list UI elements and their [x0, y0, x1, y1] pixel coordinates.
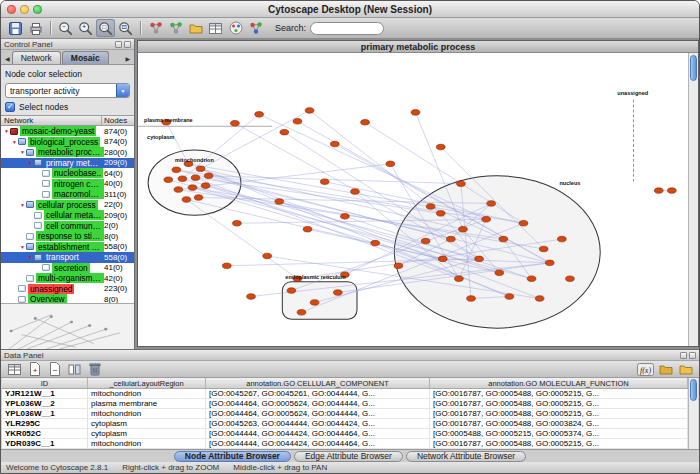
network-node[interactable]	[231, 121, 240, 127]
float-panel-icon[interactable]	[680, 352, 687, 359]
zoom-fit-button[interactable]: ⊡	[116, 19, 135, 37]
network-tree-label[interactable]: Overview	[28, 294, 67, 303]
network-node[interactable]	[287, 288, 296, 294]
network-node[interactable]	[201, 183, 210, 189]
network-node[interactable]	[275, 199, 284, 205]
network-node[interactable]	[482, 217, 491, 223]
network-node[interactable]	[539, 246, 548, 252]
tree-row[interactable]: ▼transport558(0)	[1, 252, 134, 263]
network-node[interactable]	[505, 294, 514, 300]
network-edge[interactable]	[201, 110, 310, 168]
network-node[interactable]	[436, 211, 445, 217]
network-node[interactable]	[519, 220, 528, 226]
create-network-from-selection-button[interactable]	[166, 19, 185, 37]
tree-row[interactable]: secretion41(0)	[1, 263, 134, 274]
tab-edge-attribute-browser[interactable]: Edge Attribute Browser	[294, 451, 403, 462]
network-tree-label[interactable]: transport	[44, 252, 81, 262]
network-node[interactable]	[668, 188, 677, 194]
table-row[interactable]: YDR039C__1mitochondrion[GO:0044444, GO:0…	[2, 439, 688, 449]
expand-arrow-icon[interactable]: ▼	[19, 244, 26, 250]
network-node[interactable]	[459, 226, 468, 232]
network-node[interactable]	[411, 110, 420, 116]
close-panel-icon[interactable]	[124, 41, 131, 48]
network-node[interactable]	[527, 276, 536, 282]
network-tree-label[interactable]: establishment of lo..	[36, 242, 104, 252]
network-node[interactable]	[558, 236, 567, 242]
tab-scroll-right-icon[interactable]: ▶	[123, 55, 132, 62]
network-node[interactable]	[566, 276, 575, 282]
network-node[interactable]	[204, 173, 213, 179]
network-node[interactable]	[330, 141, 339, 147]
network-node[interactable]	[196, 166, 205, 172]
network-node[interactable]	[351, 189, 360, 195]
column-header[interactable]: ID	[2, 378, 88, 388]
network-node[interactable]	[320, 179, 329, 185]
tree-row[interactable]: unassigned223(0)	[1, 284, 134, 295]
network-node[interactable]	[333, 290, 342, 296]
network-node[interactable]	[182, 197, 191, 203]
minimize-window-button[interactable]	[20, 5, 29, 14]
network-tree-label[interactable]: macromolecule..	[52, 189, 104, 199]
network-node[interactable]	[164, 177, 173, 183]
network-tree-label[interactable]: response to stimul..	[36, 231, 104, 241]
zoom-window-button[interactable]	[33, 5, 42, 14]
scrollbar-thumb[interactable]	[690, 379, 697, 401]
import-attributes-button[interactable]	[656, 360, 675, 378]
import-network-button[interactable]	[186, 19, 205, 37]
data-panel-scrollbar[interactable]	[688, 378, 698, 449]
tree-row[interactable]: Overview8(0)	[1, 294, 134, 303]
network-node[interactable]	[475, 256, 484, 262]
zoom-out-button[interactable]: −	[56, 19, 75, 37]
node-color-select[interactable]: transporter activity ▼	[5, 83, 130, 98]
network-tree-label[interactable]: cellular process	[36, 200, 98, 210]
save-session-button[interactable]	[6, 19, 25, 37]
network-tree-label[interactable]: cellular metabo..	[44, 210, 104, 220]
network-node[interactable]	[361, 120, 370, 126]
network-node[interactable]	[280, 129, 289, 135]
column-header[interactable]: annotation.GO CELLULAR_COMPONENT	[206, 378, 430, 388]
network-tree-label[interactable]: secretion	[52, 263, 90, 273]
network-tree-label[interactable]: unassigned	[28, 284, 74, 294]
network-node[interactable]	[263, 253, 272, 259]
network-tree-label[interactable]: multi-organism pro..	[36, 273, 104, 283]
tab-node-attribute-browser[interactable]: Node Attribute Browser	[174, 451, 291, 462]
tab-mosaic[interactable]: Mosaic	[62, 51, 109, 64]
expand-arrow-icon[interactable]: ▼	[19, 202, 26, 208]
table-row[interactable]: YPL036W__1mitochondrion[GO:0044464, GO:0…	[2, 409, 688, 419]
network-node[interactable]	[178, 176, 187, 182]
network-node[interactable]	[293, 119, 302, 125]
tree-row[interactable]: ▼mosaic-demo-yeast874(0)	[1, 126, 134, 137]
search-input[interactable]	[310, 22, 384, 35]
match-columns-button[interactable]	[65, 360, 84, 378]
tree-row[interactable]: ▼biological_process874(0)	[1, 137, 134, 148]
tree-row[interactable]: ▼metabolic process280(0)	[1, 147, 134, 158]
tree-row[interactable]: multi-organism pro..42(0)	[1, 273, 134, 284]
network-node[interactable]	[495, 270, 504, 276]
network-tree-label[interactable]: mosaic-demo-yeast	[20, 126, 96, 136]
network-node[interactable]	[438, 256, 447, 262]
expand-arrow-icon[interactable]: ▼	[19, 149, 26, 155]
tab-scroll-left-icon[interactable]: ◀	[3, 55, 12, 62]
network-node[interactable]	[545, 260, 554, 266]
network-tree-label[interactable]: biological_process	[28, 137, 100, 147]
network-column-header[interactable]: Network	[1, 116, 102, 125]
network-node[interactable]	[255, 112, 264, 118]
network-vertical-scrollbar[interactable]	[688, 53, 698, 346]
column-header[interactable]: _cellularLayoutRegion	[88, 378, 206, 388]
network-node[interactable]	[371, 240, 380, 246]
tree-row[interactable]: ▼primary metab..209(0)	[1, 158, 134, 169]
table-row[interactable]: YJR121W__1mitochondrion[GO:0045267, GO:0…	[2, 389, 688, 399]
select-attributes-button[interactable]	[5, 360, 24, 378]
network-node[interactable]	[172, 167, 181, 173]
tab-network[interactable]: Network	[12, 51, 61, 64]
tree-row[interactable]: nitrogen compo..40(0)	[1, 179, 134, 190]
expand-arrow-icon[interactable]: ▼	[27, 160, 34, 166]
network-node[interactable]	[535, 296, 544, 302]
network-node[interactable]	[457, 181, 466, 187]
column-header[interactable]: annotation.GO MOLECULAR_FUNCTION	[430, 378, 688, 388]
scrollbar-thumb[interactable]	[690, 55, 697, 81]
expand-arrow-icon[interactable]: ▼	[11, 139, 18, 145]
title-bar[interactable]: Cytoscape Desktop (New Session)	[1, 1, 699, 18]
network-node[interactable]	[310, 300, 319, 306]
delete-row-button[interactable]	[85, 360, 104, 378]
